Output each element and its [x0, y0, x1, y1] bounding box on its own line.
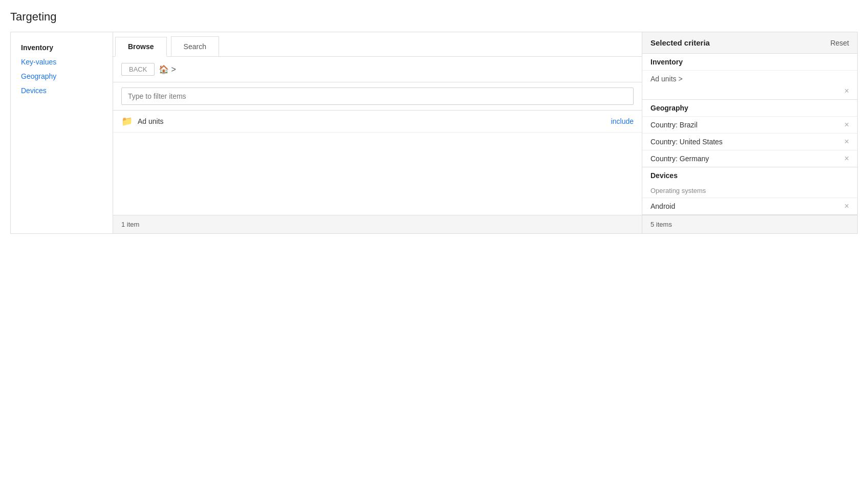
criteria-item-android: Android ×	[642, 198, 857, 214]
browse-area: BACK 🏠 >	[113, 57, 642, 82]
selected-criteria-title: Selected criteria	[650, 38, 710, 47]
criteria-label-android: Android	[650, 202, 675, 210]
filter-row	[113, 82, 642, 111]
sidebar-item-geography[interactable]: Geography	[11, 69, 113, 83]
breadcrumb-arrow: >	[171, 65, 176, 74]
folder-icon: 📁	[121, 116, 133, 127]
criteria-label-brazil: Country: Brazil	[650, 121, 698, 129]
sidebar-inventory-title: Inventory	[11, 40, 113, 55]
list-item: 📁 Ad units include	[113, 111, 642, 133]
criteria-subheader-os: Operating systems	[642, 184, 857, 198]
list-item-label: Ad units	[138, 117, 164, 125]
criteria-breadcrumb-ad-units: Ad units >	[642, 70, 857, 87]
bottom-bar: 1 item	[113, 215, 642, 233]
criteria-header-inventory: Inventory	[642, 54, 857, 70]
criteria-item-us: Country: United States ×	[642, 133, 857, 150]
sidebar-item-key-values[interactable]: Key-values	[11, 55, 113, 69]
right-header: Selected criteria Reset	[642, 32, 857, 54]
back-button[interactable]: BACK	[121, 63, 155, 76]
criteria-section-inventory: Inventory Ad units > ×	[642, 54, 857, 100]
items-list: 📁 Ad units include	[113, 111, 642, 215]
right-panel: Selected criteria Reset Inventory Ad uni…	[642, 32, 857, 233]
right-bottom-bar: 5 items	[642, 215, 857, 233]
criteria-section-devices: Devices Operating systems Android ×	[642, 167, 857, 215]
sidebar-item-devices[interactable]: Devices	[11, 83, 113, 98]
criteria-label-us: Country: United States	[650, 138, 723, 146]
criteria-item-brazil: Country: Brazil ×	[642, 116, 857, 133]
home-icon: 🏠	[159, 64, 169, 74]
remove-android-button[interactable]: ×	[844, 202, 849, 210]
criteria-header-devices: Devices	[642, 167, 857, 184]
remove-brazil-button[interactable]: ×	[844, 121, 849, 129]
tab-search[interactable]: Search	[171, 36, 219, 56]
criteria-item-germany: Country: Germany ×	[642, 150, 857, 167]
remove-inventory-button[interactable]: ×	[844, 87, 849, 95]
list-item-left: 📁 Ad units	[121, 116, 164, 127]
tabs-row: Browse Search	[113, 32, 642, 57]
page-title: Targeting	[10, 10, 858, 24]
right-content: Inventory Ad units > × Geography Country…	[642, 54, 857, 215]
remove-germany-button[interactable]: ×	[844, 155, 849, 163]
home-breadcrumb: 🏠 >	[159, 64, 176, 74]
tab-browse[interactable]: Browse	[115, 37, 167, 57]
remove-us-button[interactable]: ×	[844, 138, 849, 146]
criteria-header-geography: Geography	[642, 100, 857, 116]
criteria-section-geography: Geography Country: Brazil × Country: Uni…	[642, 100, 857, 167]
filter-input[interactable]	[121, 88, 634, 105]
include-button[interactable]: include	[611, 117, 634, 125]
reset-button[interactable]: Reset	[830, 39, 849, 47]
middle-panel: Browse Search BACK 🏠 > 📁 Ad units includ…	[113, 32, 642, 233]
sidebar: Inventory Key-values Geography Devices	[11, 32, 113, 233]
criteria-label-germany: Country: Germany	[650, 155, 709, 163]
